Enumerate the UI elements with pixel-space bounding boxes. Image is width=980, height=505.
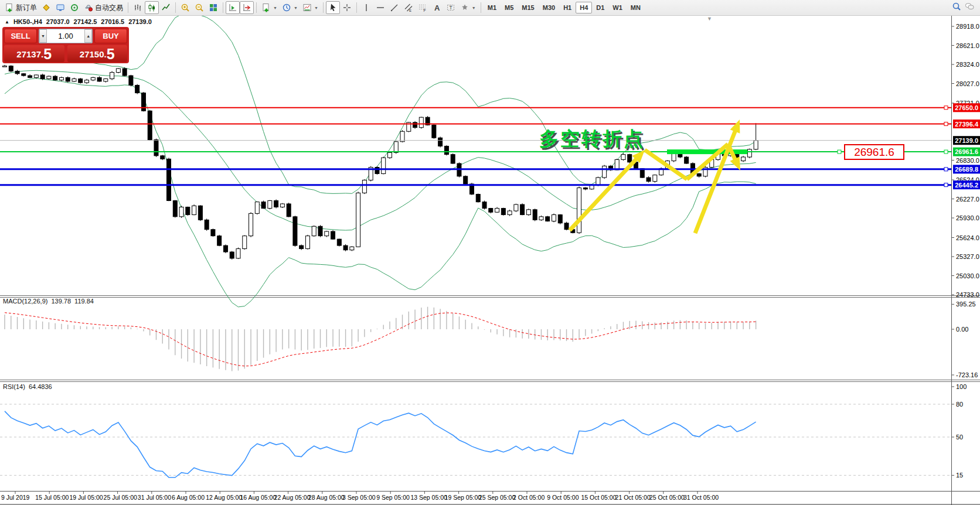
- volume-decrease-button[interactable]: ▼: [39, 29, 47, 43]
- price-tag-annotation[interactable]: 26961.6: [844, 144, 904, 160]
- svg-text:25030.0: 25030.0: [956, 272, 979, 279]
- timeframe-m5-button[interactable]: M5: [501, 2, 518, 13]
- cursor-icon: [328, 3, 338, 12]
- symbol-period-label: HK50-,H4: [13, 18, 42, 25]
- price-tag-anchor: [838, 150, 841, 153]
- text-label-icon: T: [446, 3, 455, 12]
- svg-text:26227.0: 26227.0: [956, 196, 979, 203]
- tile-windows-button[interactable]: [206, 1, 220, 14]
- timeframe-m15-button[interactable]: M15: [518, 2, 538, 13]
- buy-button[interactable]: BUY: [94, 29, 127, 43]
- svg-text:80: 80: [956, 401, 963, 408]
- date-label: 6 Aug 05:00: [172, 494, 205, 501]
- date-label: 15 Oct 05:00: [581, 494, 616, 501]
- svg-text:28918.0: 28918.0: [956, 23, 979, 30]
- ohlc-open: 27037.0: [46, 18, 70, 25]
- svg-text:100: 100: [956, 383, 967, 390]
- crosshair-button[interactable]: [340, 1, 354, 14]
- date-label: 21 Oct 05:00: [615, 494, 651, 501]
- date-label: 28 Aug 05:00: [308, 494, 345, 501]
- macd-pane: [5, 307, 756, 371]
- date-label: 22 Aug 05:00: [274, 494, 311, 501]
- rsi-line: [5, 411, 756, 477]
- periods-button[interactable]: ▼: [280, 1, 300, 14]
- line-chart-button[interactable]: [159, 1, 173, 14]
- svg-text:24733.0: 24733.0: [956, 291, 979, 298]
- caret-down-icon: ▼: [314, 6, 318, 10]
- text-a-icon: A: [432, 3, 441, 12]
- timeframe-h1-button[interactable]: H1: [559, 2, 576, 13]
- fibonacci-button[interactable]: F: [416, 1, 430, 14]
- caret-down-icon: ▼: [472, 6, 476, 10]
- templates-button[interactable]: ▼: [300, 1, 321, 14]
- sell-button[interactable]: SELL: [4, 29, 37, 43]
- buy-price-pip: 5: [107, 46, 115, 62]
- main-toolbar: 新订单自动交易▼▼▼EFAT▼M1M5M15M30H1H4D1W1MN: [0, 0, 980, 16]
- timeframe-m1-button[interactable]: M1: [484, 2, 501, 13]
- date-label: 25 Jul 05:00: [104, 494, 137, 501]
- search-icon-button[interactable]: [952, 2, 961, 13]
- timeframe-w1-button[interactable]: W1: [608, 2, 627, 13]
- toolbar-separator: [356, 2, 357, 13]
- shapes-icon: [460, 3, 469, 12]
- chat-icon: [965, 2, 974, 11]
- svg-text:-723.16: -723.16: [956, 371, 978, 378]
- horizontal-line-button[interactable]: [373, 1, 387, 14]
- candles-icon: [147, 3, 156, 12]
- volume-input[interactable]: [47, 29, 85, 43]
- macd-name: MACD(12,26,9): [3, 298, 47, 305]
- auto-scroll-icon: [242, 3, 251, 12]
- zoom-in-button[interactable]: [178, 1, 192, 14]
- bar-chart-button[interactable]: [131, 1, 145, 14]
- channel-icon: E: [404, 3, 413, 12]
- svg-text:27139.0: 27139.0: [955, 137, 978, 144]
- indicators-button[interactable]: ▼: [259, 1, 280, 14]
- label-button[interactable]: T: [444, 1, 458, 14]
- caret-down-icon: ▼: [294, 6, 298, 10]
- date-label: 25 Oct 05:00: [649, 494, 685, 501]
- shapes-button[interactable]: ▼: [458, 1, 478, 14]
- chart-header: ▲ HK50-,H4 27037.0 27142.5 27016.5 27139…: [5, 18, 152, 25]
- chart-window-button[interactable]: [53, 1, 67, 14]
- timeframe-mn-button[interactable]: MN: [627, 2, 645, 13]
- auto-scroll-button[interactable]: [240, 1, 254, 14]
- date-label: 19 Jul 05:00: [69, 494, 103, 501]
- date-label: 9 Oct 05:00: [547, 494, 579, 501]
- text-button[interactable]: A: [430, 1, 444, 14]
- chart-shift-button[interactable]: [226, 1, 240, 14]
- chat-icon-button[interactable]: [965, 2, 974, 13]
- timeframe-h4-button[interactable]: H4: [576, 2, 592, 13]
- market-watch-button[interactable]: [39, 1, 53, 14]
- svg-text:27650.0: 27650.0: [955, 104, 978, 111]
- svg-text:27396.4: 27396.4: [955, 121, 979, 128]
- channel-button[interactable]: E: [401, 1, 416, 14]
- highlight-segment[interactable]: [667, 149, 747, 154]
- chart-canvas[interactable]: 28918.028621.028324.028027.027721.026830…: [0, 0, 980, 505]
- timeframe-d1-button[interactable]: D1: [592, 2, 608, 13]
- toolbar-separator: [223, 2, 223, 13]
- svg-text:15: 15: [956, 472, 963, 479]
- fibo-icon: F: [418, 3, 427, 12]
- zoom-in-icon: [181, 3, 190, 12]
- toolbar-separator: [256, 2, 257, 13]
- svg-text:25327.0: 25327.0: [956, 253, 979, 260]
- timeframe-m30-button[interactable]: M30: [539, 2, 559, 13]
- tile-icon: [209, 3, 218, 12]
- signals-button[interactable]: [67, 1, 81, 14]
- trendline-button[interactable]: [387, 1, 401, 14]
- volume-increase-button[interactable]: ▲: [84, 29, 92, 43]
- zoom-out-button[interactable]: [192, 1, 206, 14]
- date-label: 2 Oct 05:00: [513, 494, 545, 501]
- new-order-button[interactable]: 新订单: [2, 1, 39, 14]
- auto-trading-button[interactable]: 自动交易: [81, 1, 125, 14]
- chart-dropdown-icon[interactable]: ▼: [707, 16, 712, 22]
- new-order-button-label: 新订单: [16, 3, 37, 13]
- macd-indicator-label: MACD(12,26,9)139.78119.84: [3, 298, 97, 305]
- candlestick-chart-button[interactable]: [145, 1, 159, 14]
- buy-price-display[interactable]: 27150.5: [67, 45, 128, 62]
- cursor-button[interactable]: [326, 1, 340, 14]
- svg-text:T: T: [449, 5, 452, 11]
- signal-icon: [70, 3, 79, 12]
- sell-price-display[interactable]: 27137.5: [4, 45, 64, 62]
- vertical-line-button[interactable]: [359, 1, 373, 14]
